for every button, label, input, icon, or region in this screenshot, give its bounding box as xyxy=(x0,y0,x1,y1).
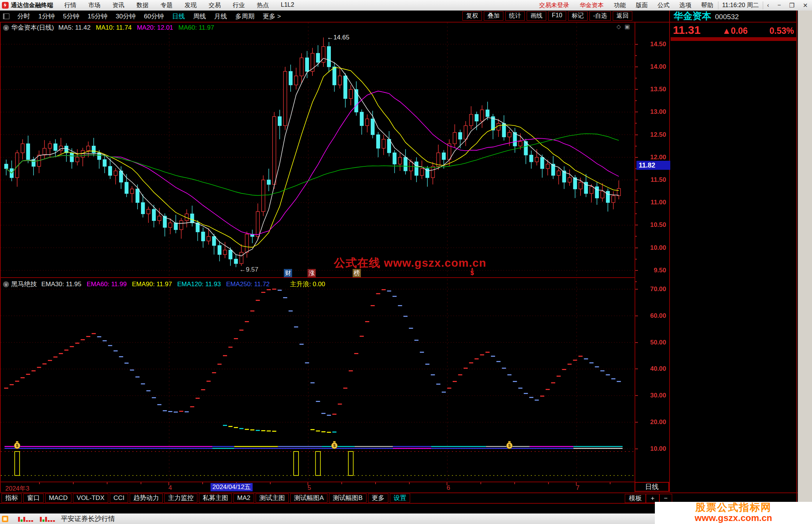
template-button-模板[interactable]: 模板 xyxy=(625,494,646,503)
chevron-down-icon[interactable]: ∨ xyxy=(3,25,9,31)
tab-主力监控[interactable]: 主力监控 xyxy=(164,494,197,503)
period-tab-分时[interactable]: 分时 xyxy=(13,12,34,21)
minimize-icon[interactable]: − xyxy=(773,2,785,9)
menu-item[interactable]: 热点 xyxy=(251,2,275,9)
site-watermark: 股票公式指标网 www.gszx.com.cn xyxy=(655,502,812,524)
dollar-mark[interactable]: ▲$ xyxy=(469,267,475,276)
chart-buttons: 复权叠加统计画线F10标记-自选返回 xyxy=(461,11,632,21)
timeline[interactable]: 2024年342024/04/12五567 xyxy=(0,482,635,492)
menu-right: 交易未登录 华金资本 功能版面公式选项帮助 11:16:20 周二 ‹−❐✕ xyxy=(534,2,812,9)
diamond-icon[interactable]: ◇ xyxy=(617,23,621,30)
tab-测试幅图A[interactable]: 测试幅图A xyxy=(290,494,327,503)
panel-icon[interactable]: ▣ xyxy=(625,23,630,30)
tab-CCI[interactable]: CCI xyxy=(110,494,128,503)
tab-测试主图[interactable]: 测试主图 xyxy=(256,494,289,503)
y-axis-label: 12.00 xyxy=(650,154,666,161)
period-tab-周线[interactable]: 周线 xyxy=(189,12,210,21)
period-tab-15分钟[interactable]: 15分钟 xyxy=(83,12,112,21)
y-axis-label: 13.50 xyxy=(650,86,666,93)
app-window: 通达信金融终端 行情市场资讯数据专题发现交易行业热点L1L2 交易未登录 华金资… xyxy=(0,0,812,524)
menu-item[interactable]: 版面 xyxy=(631,2,653,9)
menu-item[interactable]: 数据 xyxy=(130,2,155,9)
period-tab-更多 >[interactable]: 更多 > xyxy=(259,12,285,21)
close-icon[interactable]: ✕ xyxy=(799,2,812,9)
period-label-box[interactable]: 日线 xyxy=(635,482,669,492)
menu-item[interactable]: 公式 xyxy=(653,2,674,9)
ma-label: MA20: 12.01 xyxy=(137,24,173,32)
ma-label: MA10: 11.74 xyxy=(96,24,132,32)
y-axis-label: 50.00 xyxy=(650,339,666,346)
tab-更多[interactable]: 更多 xyxy=(368,494,388,503)
period-tab-日线[interactable]: 日线 xyxy=(168,12,189,21)
restore-icon[interactable]: ❐ xyxy=(785,2,798,9)
app-title: 通达信金融终端 xyxy=(11,2,53,9)
menu-item[interactable]: 发现 xyxy=(179,2,203,9)
tab-趋势动力[interactable]: 趋势动力 xyxy=(130,494,163,503)
tab-MACD[interactable]: MACD xyxy=(45,494,71,503)
price-summary: 11.31 ▲0.06 0.53% xyxy=(671,23,797,38)
ema-label: EMA30: 11.95 xyxy=(41,281,81,288)
quote-panel: 11.31 ▲0.06 0.53% xyxy=(671,23,797,41)
money-bag-icon: $ xyxy=(14,441,20,449)
period-tab-5分钟[interactable]: 5分钟 xyxy=(59,12,83,21)
event-mark-榜[interactable]: 榜 xyxy=(353,269,361,277)
period-tab-1分钟[interactable]: 1分钟 xyxy=(34,12,59,21)
period-tab-60分钟[interactable]: 60分钟 xyxy=(140,12,168,21)
tab-窗口[interactable]: 窗口 xyxy=(23,494,44,503)
toolbar-button-统计[interactable]: 统计 xyxy=(505,11,525,21)
price-change-pct: 0.53% xyxy=(770,26,794,36)
menu-item[interactable]: 功能 xyxy=(609,2,631,9)
ma-label: MA5: 11.42 xyxy=(58,24,91,32)
menu-item[interactable]: 市场 xyxy=(82,2,106,9)
menu-item[interactable]: 帮助 xyxy=(696,2,718,9)
menu-item[interactable]: 资讯 xyxy=(106,2,130,9)
menu-item[interactable]: 行业 xyxy=(227,2,251,9)
nav-back-icon[interactable]: ‹ xyxy=(763,2,773,9)
chevron-down-icon[interactable]: ∨ xyxy=(3,281,9,287)
app-logo-icon xyxy=(2,2,9,9)
menu-item[interactable]: 交易 xyxy=(203,2,227,9)
panel-divider xyxy=(0,277,635,278)
toolbar-button-画线[interactable]: 画线 xyxy=(527,11,546,21)
ma-labels: MA5: 11.42MA10: 11.74MA20: 12.01MA60: 11… xyxy=(58,24,219,32)
toolbar-button--自选[interactable]: -自选 xyxy=(589,11,611,21)
tab-VOL-TDX[interactable]: VOL-TDX xyxy=(73,494,108,503)
layout-icon[interactable] xyxy=(3,14,9,19)
menu-item[interactable]: 行情 xyxy=(58,2,82,9)
svg-text:$: $ xyxy=(333,443,335,448)
ma-label: MA60: 11.97 xyxy=(179,24,214,32)
stock-shortcut[interactable]: 华金资本 xyxy=(574,2,609,9)
tab-测试幅图B[interactable]: 测试幅图B xyxy=(329,494,366,503)
svg-text:$: $ xyxy=(16,443,18,448)
period-tabs: 分时1分钟5分钟15分钟30分钟60分钟日线周线月线多周期更多 > xyxy=(13,12,285,21)
toolbar-button-复权[interactable]: 复权 xyxy=(462,11,482,21)
indicator-chart[interactable]: $$$ xyxy=(1,279,635,481)
tab-MA2[interactable]: MA2 xyxy=(233,494,254,503)
timeline-label: 6 xyxy=(447,484,450,492)
tab-私募主图[interactable]: 私募主图 xyxy=(199,494,232,503)
main-price-chart[interactable]: ←14.65←9.57 xyxy=(1,23,635,277)
menu-item[interactable]: 选项 xyxy=(674,2,696,9)
event-mark-涨[interactable]: 涨 xyxy=(308,269,316,277)
ema-label: EMA90: 11.97 xyxy=(132,281,172,288)
event-mark-财[interactable]: 财 xyxy=(284,269,292,277)
login-status[interactable]: 交易未登录 xyxy=(534,2,574,9)
tab-指标[interactable]: 指标 xyxy=(2,494,22,503)
menu-item[interactable]: L1L2 xyxy=(275,2,300,9)
period-tab-月线[interactable]: 月线 xyxy=(210,12,231,21)
toolbar-button-F10[interactable]: F10 xyxy=(548,11,566,21)
toolbar-button-返回[interactable]: 返回 xyxy=(613,11,632,21)
y-axis-label: 9.50 xyxy=(654,267,666,274)
timeline-label: 5 xyxy=(308,484,311,492)
y-axis-label: 11.50 xyxy=(650,176,666,184)
ema-label: EMA120: 11.93 xyxy=(177,281,221,288)
status-icon[interactable] xyxy=(2,516,8,522)
period-tab-多周期[interactable]: 多周期 xyxy=(231,12,259,21)
tab-设置[interactable]: 设置 xyxy=(390,494,410,503)
toolbar-button-标记[interactable]: 标记 xyxy=(568,11,588,21)
indicator-header: ∨ 黑马绝技 EMA30: 11.95EMA60: 11.99EMA90: 11… xyxy=(3,280,330,288)
menu-item[interactable]: 专题 xyxy=(155,2,179,9)
period-tab-30分钟[interactable]: 30分钟 xyxy=(112,12,140,21)
toolbar-button-叠加[interactable]: 叠加 xyxy=(484,11,503,21)
chart-corner-icons: ◇ ▣ xyxy=(613,23,630,30)
